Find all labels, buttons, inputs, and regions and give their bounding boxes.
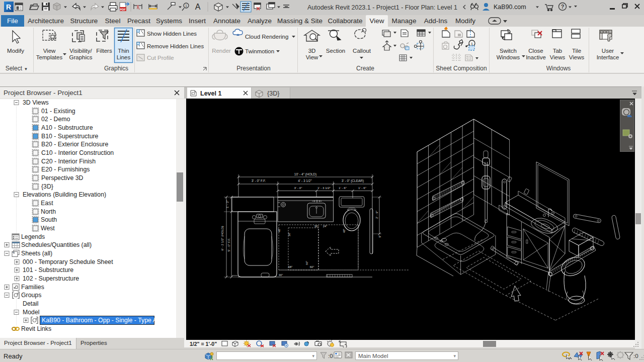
svg-text:101 - Substructure: 101 - Substructure <box>23 266 73 274</box>
svg-text:3' - 0": 3' - 0" <box>294 186 302 190</box>
svg-text:24": 24" <box>323 225 328 228</box>
svg-text:{3D}: {3D} <box>41 183 53 190</box>
svg-text:36": 36" <box>288 232 291 237</box>
svg-text:Elevations (Building Elevation: Elevations (Building Elevation) <box>23 191 106 198</box>
svg-text:60": 60" <box>310 265 314 268</box>
svg-text:30": 30" <box>279 274 283 277</box>
svg-text:West: West <box>41 225 55 232</box>
svg-text:2' - 9": 2' - 9" <box>375 211 378 219</box>
svg-text:Groups: Groups <box>21 292 41 299</box>
svg-text:Schedules/Quantities (all): Schedules/Quantities (all) <box>21 241 92 248</box>
svg-text:Perspective 3D: Perspective 3D <box>41 174 84 182</box>
svg-text:KaB90 - Bathroom - Opp - Singl: KaB90 - Bathroom - Opp - Single - Type A <box>42 317 157 324</box>
svg-text:Sheets (all): Sheets (all) <box>21 250 52 257</box>
svg-text:Level 1: Level 1 <box>200 90 221 97</box>
svg-text:B10 - Superstructure: B10 - Superstructure <box>41 133 99 140</box>
svg-text:?: ? <box>561 4 565 10</box>
svg-text:A: A <box>195 3 201 11</box>
svg-text:66": 66" <box>305 261 308 265</box>
svg-text:1' - 6": 1' - 6" <box>358 186 366 190</box>
svg-text:3' - 0" (CLEAR): 3' - 0" (CLEAR) <box>342 179 364 183</box>
svg-text:Detail: Detail <box>23 300 38 307</box>
svg-text:000 - Temporary Schedule Sheet: 000 - Temporary Schedule Sheet <box>23 258 113 265</box>
svg-text:4' - 3 1/2": 4' - 3 1/2" <box>298 179 312 183</box>
svg-text:5' - 0" F.F.: 5' - 0" F.F. <box>227 238 230 251</box>
svg-text:South: South <box>41 216 57 223</box>
svg-text:A10 - Substructure: A10 - Substructure <box>41 124 93 131</box>
svg-text:1' - 3 1/2": 1' - 3 1/2" <box>317 186 331 190</box>
svg-text:E20 - Furnishings: E20 - Furnishings <box>41 166 90 173</box>
svg-text:48": 48" <box>278 228 281 233</box>
svg-text:1' - 2": 1' - 2" <box>225 200 229 208</box>
svg-text:01 - Existing: 01 - Existing <box>41 108 75 115</box>
svg-text:Revit Links: Revit Links <box>21 325 51 332</box>
svg-text:B20 - Exterior Enclosure: B20 - Exterior Enclosure <box>41 141 108 148</box>
svg-text:10' - 4" (HOLD): 10' - 4" (HOLD) <box>294 172 316 176</box>
svg-text:9": 9" <box>378 235 381 237</box>
svg-text:East: East <box>41 200 53 207</box>
svg-text:6' - 2 1/2" (HOLD): 6' - 2 1/2" (HOLD) <box>220 226 224 250</box>
svg-text:Legends: Legends <box>21 233 45 240</box>
svg-text:36": 36" <box>314 225 319 228</box>
svg-text:02 - Demo: 02 - Demo <box>41 116 70 123</box>
svg-text:1' - 6": 1' - 6" <box>339 186 347 190</box>
svg-text:48": 48" <box>343 229 346 233</box>
svg-text:Model: Model <box>23 309 40 316</box>
svg-text:3' - 0" F.F.: 3' - 0" F.F. <box>252 179 266 183</box>
svg-text:1: 1 <box>185 4 187 8</box>
svg-text:102 - Superstructure: 102 - Superstructure <box>23 275 79 282</box>
svg-text:C20 - Interior Finish: C20 - Interior Finish <box>41 158 96 165</box>
svg-text:PDF: PDF <box>120 8 126 11</box>
svg-text:{3D}: {3D} <box>267 90 279 97</box>
svg-text:1: 1 <box>471 42 473 46</box>
svg-text:3D Views: 3D Views <box>23 99 49 106</box>
svg-text:R: R <box>6 3 11 11</box>
svg-text:KaB90.com: KaB90.com <box>494 4 526 11</box>
svg-text:68": 68" <box>288 265 293 268</box>
svg-text:C10 - Interior Construction: C10 - Interior Construction <box>41 149 114 156</box>
svg-text:North: North <box>41 208 56 215</box>
svg-text:Families: Families <box>21 284 44 291</box>
